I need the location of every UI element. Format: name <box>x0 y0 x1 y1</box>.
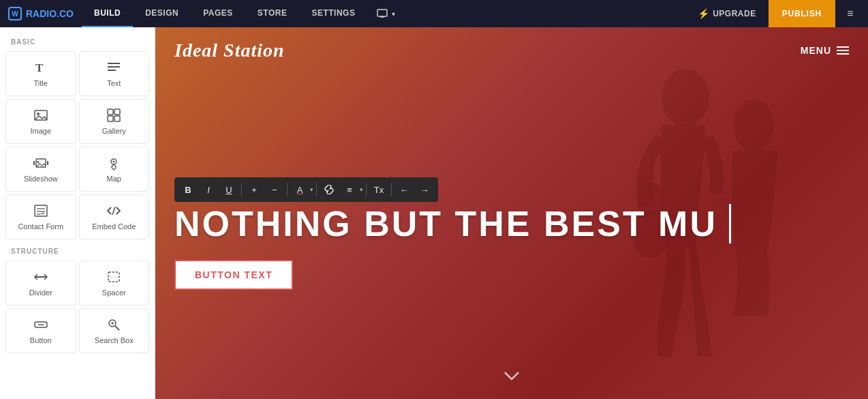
toolbar-divider-2 <box>287 183 288 196</box>
svg-point-18 <box>113 161 115 163</box>
toolbar-italic-button[interactable]: I <box>199 180 218 199</box>
top-nav: W RADIO.CO BUILD DESIGN PAGES STORE SETT… <box>0 0 868 27</box>
toolbar-divider-1 <box>241 183 242 196</box>
toolbar-underline-button[interactable]: U <box>219 180 238 199</box>
site-title[interactable]: Ideal Station <box>174 40 285 61</box>
spacer-icon <box>106 269 121 284</box>
sidebar-item-embed-code-label: Embed Code <box>92 222 136 231</box>
svg-rect-0 <box>377 10 387 16</box>
logo-icon: W <box>8 7 22 20</box>
toolbar-undo-button[interactable]: ← <box>394 180 414 199</box>
slideshow-icon <box>33 156 48 171</box>
nav-item-settings[interactable]: SETTINGS <box>299 0 367 27</box>
toolbar-add-button[interactable]: + <box>245 180 264 199</box>
toolbar-font-color-arrow[interactable]: ▾ <box>310 186 313 193</box>
logo-text: RADIO.CO <box>26 8 74 19</box>
sidebar-item-text[interactable]: Text <box>79 51 150 96</box>
svg-text:T: T <box>35 61 44 74</box>
publish-button[interactable]: PUBLISH <box>769 0 835 27</box>
device-dropdown-arrow: ▾ <box>392 10 395 18</box>
sidebar-item-spacer[interactable]: Spacer <box>79 261 150 306</box>
sidebar-item-search-box-label: Search Box <box>95 336 134 344</box>
sidebar-item-button[interactable]: Button <box>5 308 76 353</box>
nav-right: ⚡ UPGRADE PUBLISH ≡ <box>688 0 868 27</box>
toolbar-align-button[interactable]: ≡ <box>340 180 359 199</box>
sidebar-item-search-box[interactable]: Search Box <box>79 308 150 353</box>
svg-rect-10 <box>114 109 120 115</box>
canvas-menu-button[interactable]: MENU <box>801 45 849 56</box>
upgrade-button[interactable]: ⚡ UPGRADE <box>688 4 766 23</box>
sidebar-item-image-label: Image <box>30 127 51 135</box>
sidebar-section-structure: STRUCTURE <box>5 245 149 261</box>
svg-rect-9 <box>108 109 113 115</box>
sidebar-item-divider-label: Divider <box>29 289 52 297</box>
gallery-icon <box>106 108 121 123</box>
sidebar-item-contact-form[interactable]: Contact Form <box>5 194 76 239</box>
canvas-menu-label: MENU <box>801 45 831 56</box>
toolbar-divider-5 <box>391 183 392 196</box>
text-toolbar: B I U + − A ▾ ≡ ▾ Tx <box>174 177 438 202</box>
toolbar-align-arrow[interactable]: ▾ <box>360 186 363 193</box>
embed-code-icon <box>106 203 121 218</box>
nav-hamburger-button[interactable]: ≡ <box>838 0 863 27</box>
sidebar-item-gallery[interactable]: Gallery <box>79 99 150 144</box>
link-icon <box>324 185 334 194</box>
nav-item-store[interactable]: STORE <box>245 0 300 27</box>
sidebar-item-divider[interactable]: Divider <box>5 261 76 306</box>
chevron-down-icon <box>503 371 520 382</box>
toolbar-link-button[interactable] <box>320 180 339 199</box>
sidebar-item-text-label: Text <box>107 79 121 87</box>
toolbar-bold-button[interactable]: B <box>179 180 198 199</box>
sidebar-item-contact-form-label: Contact Form <box>18 222 63 231</box>
sidebar-item-embed-code[interactable]: Embed Code <box>79 194 150 239</box>
lightning-icon: ⚡ <box>698 8 710 19</box>
sidebar-structure-grid: Divider Spacer Button <box>5 261 149 353</box>
svg-point-33 <box>662 69 709 126</box>
cta-button[interactable]: BUTTON TEXT <box>174 260 293 290</box>
sidebar: BASIC T Title Text <box>0 27 155 399</box>
nav-items: BUILD DESIGN PAGES STORE SETTINGS <box>82 0 367 27</box>
button-icon <box>33 317 48 332</box>
sidebar-item-slideshow[interactable]: Slideshow <box>5 147 76 192</box>
nav-item-build[interactable]: BUILD <box>82 0 133 27</box>
nav-item-pages[interactable]: PAGES <box>191 0 245 27</box>
toolbar-font-color-dropdown[interactable]: A ▾ <box>290 180 313 199</box>
sidebar-item-slideshow-label: Slideshow <box>24 175 58 183</box>
svg-point-8 <box>37 113 40 115</box>
divider-icon <box>33 269 48 284</box>
device-selector[interactable]: ▾ <box>367 9 405 18</box>
toolbar-redo-button[interactable]: → <box>415 180 434 199</box>
heading-text: NOTHING BUT THE BEST MU <box>174 204 717 243</box>
main-layout: BASIC T Title Text <box>0 27 868 399</box>
svg-point-37 <box>733 99 774 151</box>
canvas-header: Ideal Station MENU <box>155 27 868 74</box>
sidebar-item-spacer-label: Spacer <box>102 289 126 297</box>
hamburger-icon <box>837 46 849 55</box>
image-icon <box>33 108 48 123</box>
sidebar-item-gallery-label: Gallery <box>102 127 126 135</box>
toolbar-divider-4 <box>366 183 367 196</box>
svg-rect-12 <box>114 116 120 121</box>
map-icon <box>106 156 121 171</box>
brand-logo[interactable]: W RADIO.CO <box>0 7 82 20</box>
sidebar-item-image[interactable]: Image <box>5 99 76 144</box>
toolbar-remove-button[interactable]: − <box>265 180 284 199</box>
text-icon <box>106 60 121 75</box>
sidebar-item-button-label: Button <box>30 336 52 344</box>
svg-point-16 <box>37 161 39 163</box>
scroll-indicator[interactable] <box>503 371 520 385</box>
desktop-icon <box>377 9 389 18</box>
main-heading[interactable]: NOTHING BUT THE BEST MU <box>174 205 854 243</box>
toolbar-clear-format-button[interactable]: Tx <box>369 180 388 199</box>
sidebar-item-map[interactable]: Map <box>79 147 150 192</box>
toolbar-font-color-button[interactable]: A <box>290 180 309 199</box>
svg-line-23 <box>112 207 115 215</box>
sidebar-item-title-label: Title <box>34 79 48 87</box>
nav-item-design[interactable]: DESIGN <box>133 0 191 27</box>
toolbar-align-dropdown[interactable]: ≡ ▾ <box>340 180 363 199</box>
canvas-area[interactable]: Ideal Station MENU B I U + − A ▾ <box>155 27 868 399</box>
sidebar-item-title[interactable]: T Title <box>5 51 76 96</box>
text-cursor <box>717 204 731 243</box>
svg-line-30 <box>115 326 119 330</box>
sidebar-basic-grid: T Title Text Image <box>5 51 149 239</box>
